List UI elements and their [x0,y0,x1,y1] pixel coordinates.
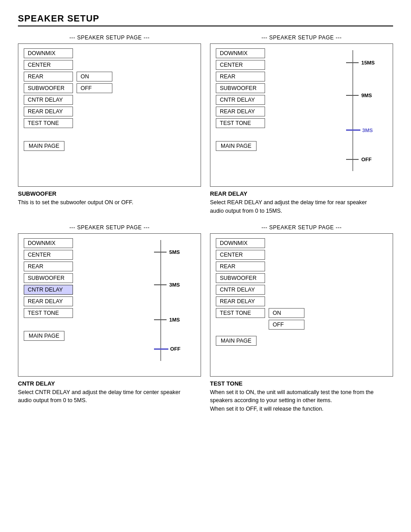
section-bottom-left: --- SPEAKER SETUP PAGE --- DOWNMIX CENTE… [18,224,201,413]
tick-3ms-thumb: 3MS [346,128,373,133]
cntr-delay-slider[interactable]: 5MS 3MS 1MS OFF [154,240,194,361]
menu-item-rear-delay-bl[interactable]: REAR DELAY [24,296,73,306]
menu-item-test-tone-tl[interactable]: TEST TONE [24,118,73,128]
menu-row-rear-tl: REAR ON [24,72,195,82]
menu-item-cntr-delay-tl[interactable]: CNTR DELAY [24,95,73,105]
section-header-bottom-left: --- SPEAKER SETUP PAGE --- [18,224,201,231]
slider-track-tr [352,50,353,171]
tick-off-bl: OFF [154,346,180,352]
desc-text-rear-delay: Select REAR DELAY and adjust the delay t… [210,198,380,215]
menu-row-off-br: OFF [216,320,387,330]
section-header-top-right: --- SPEAKER SETUP PAGE --- [210,34,393,41]
tick-3ms-bl: 3MS [154,282,180,287]
menu-item-subwoofer-br[interactable]: SUBWOOFER [216,273,265,283]
section-bottom-right: --- SPEAKER SETUP PAGE --- DOWNMIX CENTE… [210,224,393,413]
menu-item-center-tl[interactable]: CENTER [24,60,73,70]
menu-item-cntr-delay-tr[interactable]: CNTR DELAY [216,95,265,105]
desc-title-rear-delay: REAR DELAY [210,190,393,197]
rear-delay-slider[interactable]: 15MS 9MS 3MS OFF [346,50,386,171]
menu-item-center-br[interactable]: CENTER [216,250,265,260]
desc-text-test-tone: When set it to ON, the unit will automat… [210,388,380,413]
tick-line-15ms [346,62,359,63]
menu-item-downmix-tl[interactable]: DOWNMIX [24,48,73,58]
tick-line-5ms [154,252,167,253]
tick-line-off-tr [346,159,359,160]
main-page-btn-tr[interactable]: MAIN PAGE [216,141,257,151]
main-page-btn-br[interactable]: MAIN PAGE [216,336,257,346]
tick-line-3ms-bl [154,284,167,285]
desc-text-subwoofer: This is to set the subwoofer output ON o… [18,198,188,207]
tick-label-off-tr: OFF [361,157,372,162]
menu-item-rear-delay-tl[interactable]: REAR DELAY [24,107,73,116]
tick-label-5ms: 5MS [169,249,180,255]
tick-label-9ms: 9MS [361,93,372,98]
tick-line-1ms [154,319,167,320]
tick-label-15ms: 15MS [361,60,375,65]
desc-rear-delay: REAR DELAY Select REAR DELAY and adjust … [210,190,393,215]
menu-item-downmix-br[interactable]: DOWNMIX [216,238,265,248]
tick-label-3ms-bl: 3MS [169,282,180,287]
slider-track-bl [160,240,161,361]
desc-test-tone: TEST TONE When set it to ON, the unit wi… [210,380,393,413]
menu-item-rear-tr[interactable]: REAR [216,72,265,82]
desc-title-test-tone: TEST TONE [210,380,393,387]
menu-label-rear-tl[interactable]: REAR [24,72,73,82]
tick-15ms: 15MS [346,60,375,65]
desc-text-cntr-delay: Select CNTR DELAY and adjust the delay t… [18,388,188,405]
title-rule [18,26,393,26]
menu-item-rear-bl[interactable]: REAR [24,262,73,271]
desc-title-cntr-delay: CNTR DELAY [18,380,201,387]
menu-row-subwoofer-tl: SUBWOOFER OFF [24,83,195,93]
menu-item-center-tr[interactable]: CENTER [216,60,265,70]
desc-title-subwoofer: SUBWOOFER [18,190,201,197]
tick-9ms: 9MS [346,93,372,98]
menu-item-cntr-delay-bl[interactable]: CNTR DELAY [24,285,73,295]
menu-row-test-tone-br: TEST TONE ON [216,308,387,318]
menu-item-rear-delay-br[interactable]: REAR DELAY [216,296,265,306]
screen-box-top-right: DOWNMIX CENTER REAR SUBWOOFER CNTR DELAY… [210,43,393,187]
screen-box-bottom-right: DOWNMIX CENTER REAR SUBWOOFER CNTR DELAY… [210,233,393,377]
menu-item-rear-br[interactable]: REAR [216,262,265,271]
menu-label-test-tone-br[interactable]: TEST TONE [216,308,265,318]
tick-label-3ms: 3MS [362,128,373,133]
menu-item-downmix-bl[interactable]: DOWNMIX [24,238,73,248]
desc-subwoofer: SUBWOOFER This is to set the subwoofer o… [18,190,201,207]
menu-value-test-tone-on[interactable]: ON [269,308,304,318]
desc-cntr-delay: CNTR DELAY Select CNTR DELAY and adjust … [18,380,201,405]
tick-5ms: 5MS [154,249,180,255]
menu-item-subwoofer-tr[interactable]: SUBWOOFER [216,83,265,93]
section-header-bottom-right: --- SPEAKER SETUP PAGE --- [210,224,393,231]
tick-line-9ms [346,95,359,96]
thumb-line-off-bl [154,348,168,350]
menu-item-downmix-tr[interactable]: DOWNMIX [216,48,265,58]
tick-label-1ms: 1MS [169,317,180,322]
tick-label-off-bl: OFF [170,346,180,352]
menu-label-subwoofer-tl[interactable]: SUBWOOFER [24,83,73,93]
menu-item-rear-delay-tr[interactable]: REAR DELAY [216,107,265,116]
section-top-right: --- SPEAKER SETUP PAGE --- DOWNMIX CENTE… [210,34,393,215]
section-header-top-left: --- SPEAKER SETUP PAGE --- [18,34,201,41]
main-page-btn-bl[interactable]: MAIN PAGE [24,331,64,341]
tick-1ms: 1MS [154,317,180,322]
tick-off-tr: OFF [346,157,372,162]
section-top-left: --- SPEAKER SETUP PAGE --- DOWNMIX CENTE… [18,34,201,215]
menu-value-test-tone-off[interactable]: OFF [269,320,304,330]
menu-item-test-tone-bl[interactable]: TEST TONE [24,308,73,318]
menu-value-rear-tl[interactable]: ON [77,72,112,82]
main-page-btn-tl[interactable]: MAIN PAGE [24,141,64,151]
menu-value-subwoofer-tl[interactable]: OFF [77,83,112,93]
menu-item-center-bl[interactable]: CENTER [24,250,73,260]
menu-item-cntr-delay-br[interactable]: CNTR DELAY [216,285,265,295]
menu-item-test-tone-tr[interactable]: TEST TONE [216,118,265,128]
thumb-line-3ms [346,129,360,131]
screen-box-top-left: DOWNMIX CENTER REAR ON SUBWOOFER OFF CNT… [18,43,201,187]
screen-box-bottom-left: DOWNMIX CENTER REAR SUBWOOFER CNTR DELAY… [18,233,201,377]
menu-item-subwoofer-bl[interactable]: SUBWOOFER [24,273,73,283]
page-title: SPEAKER SETUP [18,13,393,24]
